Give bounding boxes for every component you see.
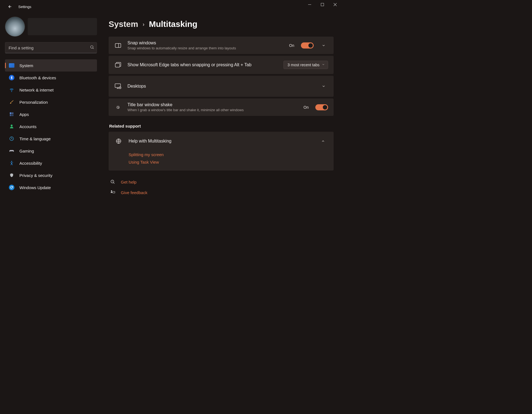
app-title: Settings bbox=[18, 5, 31, 9]
profile-name-placeholder bbox=[28, 18, 97, 35]
back-button[interactable] bbox=[4, 1, 16, 12]
snap-icon bbox=[114, 42, 122, 49]
get-help-icon: ? bbox=[110, 179, 116, 184]
svg-point-9 bbox=[11, 161, 12, 162]
sidebar-item-label: Apps bbox=[19, 112, 29, 117]
sidebar-item-label: Accounts bbox=[19, 124, 37, 129]
sidebar-item-label: Privacy & security bbox=[19, 173, 52, 178]
bluetooth-icon bbox=[9, 75, 14, 80]
collapse-help-button[interactable] bbox=[319, 137, 328, 146]
feedback-label: Give feedback bbox=[121, 190, 147, 195]
sidebar-item-accounts[interactable]: Accounts bbox=[5, 120, 97, 133]
sidebar-item-label: Windows Update bbox=[19, 185, 51, 190]
shake-icon bbox=[114, 103, 122, 111]
toggle-state-label: On bbox=[303, 105, 309, 110]
sidebar-item-label: Personalization bbox=[19, 100, 48, 105]
shake-toggle[interactable] bbox=[315, 104, 328, 110]
sidebar-item-privacy[interactable]: Privacy & security bbox=[5, 169, 97, 181]
shield-icon bbox=[9, 172, 14, 178]
sidebar-item-label: Gaming bbox=[19, 149, 34, 153]
sidebar-item-time-language[interactable]: Time & language bbox=[5, 133, 97, 145]
snap-toggle[interactable] bbox=[301, 42, 314, 49]
chevron-right-icon: › bbox=[143, 21, 145, 27]
dropdown-value: 3 most recent tabs bbox=[288, 63, 319, 67]
globe-help-icon bbox=[115, 137, 122, 145]
related-support-heading: Related support bbox=[109, 124, 334, 128]
avatar bbox=[5, 17, 25, 37]
setting-title: Title bar window shake bbox=[127, 102, 298, 107]
svg-rect-3 bbox=[10, 112, 11, 114]
edge-tabs-dropdown[interactable]: 3 most recent tabs bbox=[283, 61, 328, 69]
feedback-icon bbox=[110, 190, 116, 195]
breadcrumb-current: Multitasking bbox=[149, 19, 197, 29]
svg-rect-10 bbox=[115, 43, 121, 47]
sidebar-item-system[interactable]: System bbox=[5, 59, 97, 72]
sidebar-item-personalization[interactable]: Personalization bbox=[5, 96, 97, 108]
breadcrumb-root[interactable]: System bbox=[109, 19, 138, 29]
person-icon bbox=[9, 124, 14, 129]
apps-icon bbox=[9, 111, 14, 117]
breadcrumb: System › Multitasking bbox=[109, 19, 334, 29]
setting-snap-windows[interactable]: Snap windows Snap windows to automatical… bbox=[109, 37, 334, 54]
svg-rect-0 bbox=[308, 4, 311, 5]
help-card: Help with Multitasking Splitting my scre… bbox=[109, 132, 334, 171]
sidebar-item-bluetooth[interactable]: Bluetooth & devices bbox=[5, 72, 97, 84]
give-feedback-link[interactable]: Give feedback bbox=[109, 188, 334, 197]
sidebar-item-accessibility[interactable]: Accessibility bbox=[5, 157, 97, 169]
minimize-button[interactable] bbox=[303, 0, 316, 9]
brush-icon bbox=[9, 99, 14, 105]
sidebar-item-label: Bluetooth & devices bbox=[19, 75, 56, 80]
update-icon bbox=[9, 185, 14, 190]
sidebar-item-label: Network & internet bbox=[19, 88, 53, 92]
sidebar-item-label: Accessibility bbox=[19, 161, 42, 166]
search-icon bbox=[90, 45, 94, 50]
alttab-icon bbox=[114, 61, 122, 69]
gamepad-icon bbox=[9, 148, 14, 154]
accessibility-icon bbox=[9, 160, 14, 166]
wifi-icon bbox=[9, 87, 14, 93]
svg-rect-4 bbox=[12, 112, 14, 114]
expand-snap-button[interactable] bbox=[319, 41, 328, 50]
search-input[interactable] bbox=[5, 42, 97, 53]
sidebar-item-network[interactable]: Network & internet bbox=[5, 84, 97, 96]
chevron-down-icon bbox=[322, 63, 325, 67]
toggle-state-label: On bbox=[289, 43, 294, 48]
svg-rect-5 bbox=[10, 115, 11, 116]
setting-desktops[interactable]: Desktops bbox=[109, 76, 334, 97]
help-link-taskview[interactable]: Using Task View bbox=[129, 160, 328, 164]
get-help-link[interactable]: ? Get help bbox=[109, 178, 334, 186]
close-button[interactable] bbox=[329, 0, 341, 9]
svg-text:?: ? bbox=[112, 181, 113, 182]
help-link-splitting[interactable]: Splitting my screen bbox=[129, 152, 328, 157]
sidebar-item-windows-update[interactable]: Windows Update bbox=[5, 181, 97, 194]
setting-title: Snap windows bbox=[127, 40, 283, 45]
setting-subtitle: When I grab a window's title bar and sha… bbox=[127, 108, 298, 112]
maximize-button[interactable] bbox=[316, 0, 329, 9]
svg-rect-6 bbox=[12, 115, 14, 116]
setting-title-bar-shake: Title bar window shake When I grab a win… bbox=[109, 98, 334, 116]
svg-rect-11 bbox=[115, 64, 120, 67]
sidebar-item-label: Time & language bbox=[19, 136, 51, 141]
sidebar-item-label: System bbox=[19, 63, 33, 68]
help-expand-button[interactable]: Help with Multitasking bbox=[109, 132, 334, 151]
setting-title: Show Microsoft Edge tabs when snapping o… bbox=[127, 62, 278, 67]
svg-point-17 bbox=[111, 191, 112, 192]
setting-subtitle: Snap windows to automatically resize and… bbox=[127, 46, 283, 50]
clock-globe-icon bbox=[9, 136, 14, 141]
svg-point-7 bbox=[11, 125, 13, 126]
svg-rect-1 bbox=[321, 3, 324, 6]
setting-edge-alttab: Show Microsoft Edge tabs when snapping o… bbox=[109, 56, 334, 74]
sidebar-item-apps[interactable]: Apps bbox=[5, 108, 97, 120]
get-help-label: Get help bbox=[121, 180, 137, 184]
desktops-icon bbox=[114, 82, 122, 90]
help-title: Help with Multitasking bbox=[129, 139, 313, 144]
expand-desktops-button[interactable] bbox=[319, 82, 328, 91]
setting-title: Desktops bbox=[127, 84, 314, 89]
svg-rect-18 bbox=[113, 191, 115, 193]
profile-block[interactable] bbox=[5, 17, 97, 37]
svg-point-2 bbox=[91, 46, 93, 48]
system-icon bbox=[9, 63, 14, 68]
sidebar-item-gaming[interactable]: Gaming bbox=[5, 145, 97, 157]
